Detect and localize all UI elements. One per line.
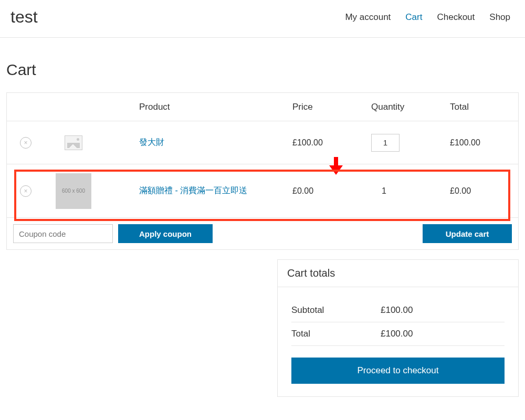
product-thumbnail-placeholder-icon [65, 135, 82, 150]
price-cell: £0.00 [292, 186, 371, 196]
coupon-code-input[interactable] [13, 224, 113, 243]
subtotal-row: Subtotal £100.00 [291, 299, 505, 322]
total-label: Total [291, 329, 381, 339]
site-title: test [10, 7, 38, 27]
update-cart-button[interactable]: Update cart [423, 224, 512, 243]
apply-coupon-button[interactable]: Apply coupon [118, 224, 213, 243]
line-total-cell: £0.00 [450, 186, 518, 196]
nav-shop[interactable]: Shop [489, 12, 510, 23]
page-content: Cart Product Price Quantity Total × 發大財 … [0, 38, 525, 397]
header-quantity: Quantity [371, 102, 450, 112]
remove-item-button[interactable]: × [20, 185, 32, 197]
table-header-row: Product Price Quantity Total [7, 93, 518, 121]
price-cell: £100.00 [292, 138, 371, 148]
nav-my-account[interactable]: My account [345, 12, 391, 23]
table-row: × 發大財 £100.00 £100.00 [7, 121, 518, 164]
proceed-to-checkout-button[interactable]: Proceed to checkout [291, 358, 505, 384]
nav-checkout[interactable]: Checkout [437, 12, 475, 23]
cart-actions-row: Apply coupon Update cart [7, 218, 518, 249]
nav-cart[interactable]: Cart [405, 12, 422, 23]
product-name-link[interactable]: 滿額贈禮 - 消費滿一百立即送 [139, 186, 247, 195]
quantity-static: 1 [371, 186, 386, 195]
cart-table: Product Price Quantity Total × 發大財 £100.… [6, 92, 519, 250]
cart-totals-title: Cart totals [278, 260, 518, 287]
product-name-link[interactable]: 發大財 [139, 138, 164, 146]
header-product: Product [102, 102, 292, 112]
table-row: × 600 x 600 滿額贈禮 - 消費滿一百立即送 £0.00 1 £0.0… [7, 164, 518, 218]
subtotal-label: Subtotal [291, 305, 381, 316]
subtotal-value: £100.00 [381, 305, 413, 316]
primary-nav: My account Cart Checkout Shop [345, 12, 510, 23]
header-price: Price [292, 102, 371, 112]
page-title: Cart [6, 61, 519, 79]
total-row: Total £100.00 [291, 322, 505, 346]
site-header: test My account Cart Checkout Shop [0, 0, 525, 38]
header-total: Total [450, 102, 518, 112]
cart-totals-panel: Cart totals Subtotal £100.00 Total £100.… [277, 259, 519, 397]
close-icon: × [24, 188, 27, 194]
line-total-cell: £100.00 [450, 138, 518, 148]
close-icon: × [24, 140, 27, 146]
total-value: £100.00 [381, 329, 413, 339]
quantity-input[interactable] [371, 134, 400, 152]
product-thumbnail-placeholder-icon: 600 x 600 [56, 173, 91, 209]
remove-item-button[interactable]: × [20, 137, 32, 149]
